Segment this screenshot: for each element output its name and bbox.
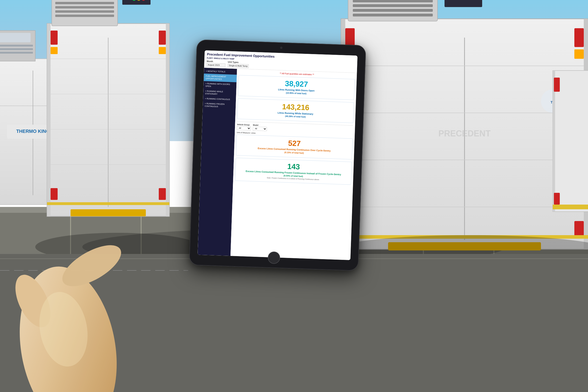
svg-rect-61 xyxy=(353,0,433,2)
metric-running-continuous: 527 Excess Litres Consumed Running Conti… xyxy=(236,134,353,160)
vehicle-group-select[interactable]: All xyxy=(237,126,251,130)
unit-types-value: Single & Multi Temp xyxy=(228,64,249,68)
svg-rect-93 xyxy=(554,193,560,204)
svg-rect-17 xyxy=(0,52,33,54)
ipad-camera xyxy=(280,46,282,49)
app-body: > MONTHLY TOTALS FUEL IMPROVEMENT OPPORT… xyxy=(198,68,357,260)
svg-rect-83 xyxy=(574,221,584,238)
svg-rect-31 xyxy=(55,2,114,4)
model-select[interactable]: All xyxy=(253,127,267,131)
sidebar: > MONTHLY TOTALS FUEL IMPROVEMENT OPPORT… xyxy=(198,68,237,256)
svg-rect-32 xyxy=(55,6,114,8)
metric-sublabel-frozen: (0.04% of total fuel) xyxy=(284,174,303,178)
metric-running-stationary: 143,216 Litres Running While Stationary … xyxy=(237,98,354,123)
vehicle-group-filter[interactable]: Vehicle Group All xyxy=(237,124,251,130)
svg-rect-62 xyxy=(353,4,433,7)
app-content: Precedent Fuel Improvement Opportunities… xyxy=(198,50,358,260)
metric-frozen-continuous: 143 Excess Litres Consumed Running Froze… xyxy=(235,158,352,185)
svg-rect-63 xyxy=(353,9,433,12)
month-label: Month xyxy=(207,60,226,63)
svg-rect-51 xyxy=(50,47,58,54)
svg-rect-35 xyxy=(122,0,150,5)
svg-rect-94 xyxy=(553,204,588,209)
svg-text:PRECEDENT: PRECEDENT xyxy=(438,129,491,138)
svg-rect-47 xyxy=(50,30,58,45)
metric-doors-open: 38,927 Litres Running With Doors Open (1… xyxy=(238,75,355,100)
svg-rect-50 xyxy=(159,188,166,200)
svg-rect-14 xyxy=(0,33,30,42)
metric-sublabel-continuous: (0.15% of total fuel) xyxy=(284,151,304,154)
svg-rect-34 xyxy=(55,14,114,17)
sidebar-item-fuel-improvement[interactable]: FUEL IMPROVEMENT OPPORTUNITIES xyxy=(204,74,237,82)
svg-rect-49 xyxy=(50,188,58,200)
svg-rect-65 xyxy=(444,0,482,7)
unit-types-label: Unit Types xyxy=(228,61,249,64)
ipad-home-button[interactable] xyxy=(268,252,280,264)
svg-rect-64 xyxy=(353,14,433,16)
model-filter[interactable]: Model All xyxy=(253,124,267,131)
model-label: Model xyxy=(253,124,267,127)
sidebar-item-while-stationary[interactable]: > RUNNING WHILE STATIONARY xyxy=(203,89,236,97)
ipad-device: Precedent Fuel Improvement Opportunities… xyxy=(189,40,366,271)
svg-rect-46 xyxy=(166,24,169,216)
month-value: August 2023 xyxy=(206,63,226,67)
svg-rect-33 xyxy=(55,10,114,13)
vehicle-group-label: Vehicle Group xyxy=(237,124,251,126)
svg-rect-15 xyxy=(0,45,33,46)
svg-rect-82 xyxy=(574,28,584,47)
sidebar-item-doors-open[interactable]: > RUNNING WITH DOORS OPEN xyxy=(204,81,236,90)
main-panel: ** All Fuel quantities are estimates ** … xyxy=(230,69,357,260)
svg-rect-16 xyxy=(0,48,33,50)
svg-rect-54 xyxy=(47,202,169,205)
svg-rect-84 xyxy=(574,50,584,59)
svg-rect-48 xyxy=(159,30,166,45)
ipad-screen: Precedent Fuel Improvement Opportunities… xyxy=(198,50,358,260)
metric-sublabel-stationary: (40.28% of total fuel) xyxy=(285,115,306,118)
svg-rect-45 xyxy=(47,24,50,216)
metric-sublabel-doors-open: (10.95% of total fuel) xyxy=(286,92,306,95)
month-control[interactable]: Month August 2023 xyxy=(206,60,226,67)
sidebar-item-frozen-continuous[interactable]: > RUNNING FROZEN CONTINUOUS xyxy=(203,101,236,110)
svg-text:THERMO KING: THERMO KING xyxy=(16,129,50,134)
svg-rect-92 xyxy=(554,78,560,92)
svg-rect-79 xyxy=(345,28,355,47)
svg-rect-52 xyxy=(159,47,166,54)
unit-types-control[interactable]: Unit Types Single & Multi Temp xyxy=(228,61,249,68)
svg-rect-53 xyxy=(70,209,146,216)
